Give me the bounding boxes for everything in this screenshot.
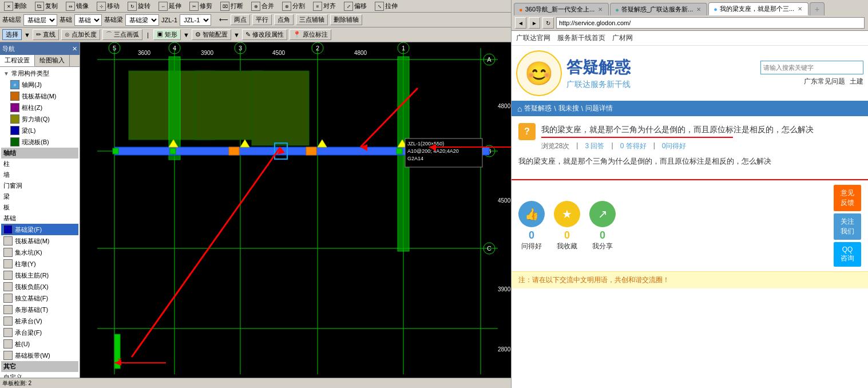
tab-qa[interactable]: ● 答疑解惑_广联达服务新... ✕	[610, 3, 707, 15]
tree-item-col2[interactable]: 柱	[1, 159, 78, 169]
modify-prop-btn[interactable]: ✎ 修改段属性	[242, 29, 287, 40]
rotate-btn[interactable]: ↻ 旋转	[126, 1, 152, 11]
breadcrumb-search[interactable]: 我未搜	[558, 104, 579, 113]
tree-item-beam2[interactable]: 梁	[1, 191, 78, 202]
tree-item-slab[interactable]: 现浇板(B)	[1, 136, 78, 148]
tree-item-strip[interactable]: 条形基础(T)	[1, 304, 78, 315]
address-input[interactable]	[556, 17, 865, 29]
tree-item-label: 承台梁(F)	[15, 328, 42, 337]
tab-drawing[interactable]: 绘图输入	[35, 55, 70, 66]
break-btn[interactable]: ⌧ 打断	[219, 1, 245, 11]
tree-item-axis[interactable]: # 轴网(J)	[1, 79, 78, 90]
delete-axis-btn[interactable]: 删除辅轴	[330, 14, 362, 25]
parallel-btn[interactable]: 平行	[252, 14, 272, 25]
move-btn[interactable]: ⊹ 移动	[95, 1, 121, 11]
fbeam-icon	[3, 225, 13, 234]
tree-item-custom[interactable]: 自定义	[1, 372, 78, 378]
back-btn[interactable]: ◄	[515, 17, 526, 29]
tree-item-slab2[interactable]: 板	[1, 202, 78, 213]
feedback-btn[interactable]: 意见反馈	[834, 185, 861, 211]
useful-count[interactable]: 0问得好	[662, 141, 687, 151]
copy-icon: ⿻	[35, 2, 44, 11]
add-length-btn[interactable]: ⊙ 点加长度	[61, 29, 100, 40]
collect-btn[interactable]: ★ 0 我收藏	[554, 201, 580, 251]
tree-item-col[interactable]: 框柱(Z)	[1, 102, 78, 113]
helpful-count[interactable]: 0 答得好	[620, 141, 647, 151]
tree-item-raft[interactable]: 筏板基础(M)	[1, 235, 78, 247]
origin-mark-btn[interactable]: 📍 原位标注	[290, 29, 331, 40]
layer-select[interactable]: 基础层	[23, 14, 57, 26]
follow-btn[interactable]: 关注我们	[834, 213, 861, 240]
move-icon: ⊹	[97, 2, 106, 11]
point-angle-btn[interactable]: 点角	[274, 14, 294, 25]
answer-count[interactable]: 3 回答	[585, 141, 604, 151]
refresh-btn[interactable]: ↻	[542, 17, 554, 29]
split-btn[interactable]: ⊗ 分割	[280, 1, 307, 11]
tree-item-raft-neg[interactable]: 筏板负筋(X)	[1, 281, 78, 292]
tab-new[interactable]: +	[810, 2, 825, 15]
tree-item-label: 梁	[3, 192, 10, 201]
extend-btn[interactable]: ↔ 延伸	[157, 1, 183, 11]
tree-item-beam[interactable]: 梁(L)	[1, 125, 78, 136]
good-btn[interactable]: 👍 0 问得好	[518, 201, 545, 251]
tree-item-isolated[interactable]: 独立基础(F)	[1, 292, 78, 304]
copy-btn[interactable]: ⿻ 复制	[33, 1, 60, 11]
breadcrumb-detail[interactable]: 问题详情	[585, 104, 613, 113]
tree-item-slab-belt[interactable]: 基础板带(W)	[1, 350, 78, 361]
breadcrumb-qa[interactable]: 答疑解惑	[524, 104, 552, 113]
note-text: 注：请在以下交流中文明用语，共创和谐交流圈！	[518, 276, 669, 284]
line-btn[interactable]: ✏ 直线	[33, 29, 59, 40]
select-btn[interactable]: 选择	[2, 29, 22, 40]
tree-item-capbeam[interactable]: 柱墩(Y)	[1, 258, 78, 270]
home-icon: ⌂	[517, 104, 522, 113]
tab-engineering[interactable]: 工程设置	[0, 55, 35, 66]
tree-item-pile-cap[interactable]: 桩承台(V)	[1, 315, 78, 327]
question-area: ? 我的梁支座，就是那个三角为什么是倒的，而且原位标注是相反的，怎么解决 浏览2…	[512, 116, 868, 179]
tree-item-foundation-beam[interactable]: 基础梁(F)	[1, 224, 78, 235]
nav-link-materials[interactable]: 广材网	[612, 33, 633, 43]
tree-item-wall2[interactable]: 墙	[1, 169, 78, 180]
search-input[interactable]	[760, 61, 863, 74]
cad-drawing[interactable]: 5 4 3 2 1 A B C 3600 3900 4500	[80, 42, 511, 378]
tree-item-foundation[interactable]: 基础	[1, 213, 78, 224]
base-select[interactable]: 基础	[74, 14, 102, 26]
tab-close-icon[interactable]: ✕	[597, 6, 604, 13]
forward-btn[interactable]: ►	[529, 17, 540, 29]
tree-item-door[interactable]: 门窗洞	[1, 180, 78, 191]
delete-btn[interactable]: ✕ 删除	[2, 1, 29, 11]
align-btn[interactable]: ≡ 对齐	[311, 1, 338, 11]
tree-item-wall[interactable]: 剪力墙(Q)	[1, 113, 78, 125]
search-quick-link2[interactable]: 土建	[850, 77, 863, 86]
qq-btn[interactable]: QQ咨询	[834, 242, 861, 267]
tree-item-pit[interactable]: 集水坑(K)	[1, 247, 78, 258]
three-arc-btn[interactable]: ⌒ 三点画弧	[102, 29, 142, 40]
tab-question[interactable]: ● 我的梁支座，就是那个三... ✕	[708, 2, 808, 15]
tab-360[interactable]: ● 360导航_新一代安全上... ✕	[514, 3, 609, 15]
beam-select[interactable]: 基础梁	[125, 14, 159, 26]
tree-item-raft-main[interactable]: 筏板主筋(R)	[1, 270, 78, 281]
rect-btn[interactable]: ▣ 矩形	[153, 29, 181, 40]
search-quick-link1[interactable]: 广东常见问题	[804, 77, 845, 86]
offset-btn[interactable]: ⤢ 偏移	[342, 1, 368, 11]
tab-close-icon[interactable]: ✕	[796, 6, 803, 12]
tree-item-common[interactable]: ▼ 常用构件类型	[1, 68, 78, 79]
smart-btn[interactable]: ⚙ 智能配置	[192, 29, 231, 40]
site-logo: 😊	[516, 50, 562, 96]
trim-btn[interactable]: ✂ 修剪	[188, 1, 214, 11]
two-point-btn[interactable]: 两点	[231, 14, 250, 25]
tree-item-label: 自定义	[3, 373, 22, 378]
jzl-select[interactable]: JZL-1	[180, 14, 211, 26]
stretch-btn[interactable]: ⤡ 拉伸	[373, 1, 399, 11]
nav-link-home[interactable]: 服务新干线首页	[557, 33, 605, 43]
share-btn[interactable]: ↗ 0 我分享	[589, 201, 616, 251]
merge-btn[interactable]: ⊕ 合并	[249, 1, 276, 11]
question-body: 我的梁支座，就是那个三角为什么是倒的，而且原位标注是相反的，怎么解决	[518, 156, 861, 168]
sidebar-close-icon[interactable]: ✕	[72, 45, 77, 53]
nav-link-official[interactable]: 广联达官网	[516, 33, 550, 43]
tree-item-mat[interactable]: 筏板基础(M)	[1, 90, 78, 102]
tree-item-cap-beam[interactable]: 承台梁(F)	[1, 327, 78, 338]
tree-item-pile[interactable]: 桩(U)	[1, 338, 78, 350]
mirror-btn[interactable]: ⇔ 镜像	[64, 1, 90, 11]
tab-close-icon[interactable]: ✕	[695, 6, 702, 13]
three-point-axis-btn[interactable]: 三点辅轴	[296, 14, 328, 25]
